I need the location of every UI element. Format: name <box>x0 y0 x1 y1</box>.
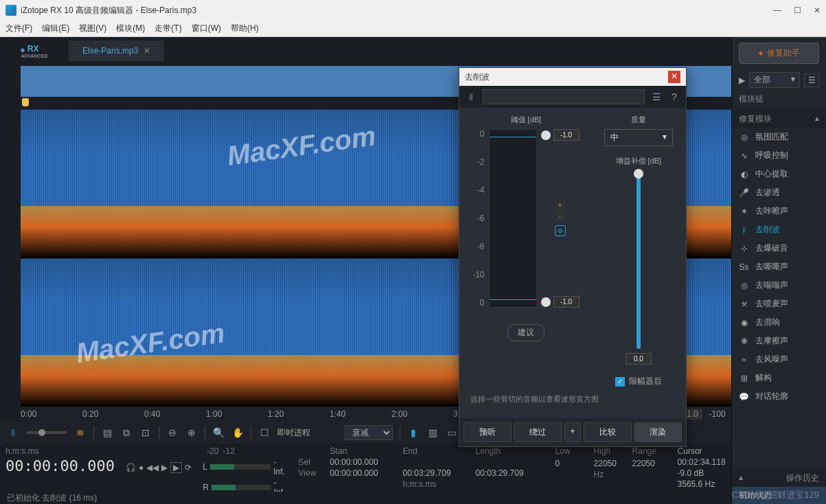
loop-button[interactable]: ⟳ <box>185 463 192 472</box>
chain-menu-icon[interactable]: ☰ <box>804 73 819 87</box>
collapse-history-icon[interactable]: ▴ <box>739 472 743 484</box>
prev-button[interactable]: ◀◀ <box>146 463 159 472</box>
close-tab-icon[interactable]: ✕ <box>144 46 150 56</box>
suggest-button[interactable]: 建议 <box>507 324 544 341</box>
module-clip[interactable]: ⫴去削波 <box>732 220 826 239</box>
menu-help[interactable]: 帮助(H) <box>231 23 259 34</box>
dialog-preset-select[interactable] <box>483 89 645 104</box>
declip-dialog: 去削波 ✕ ⫴ ☰ ? 阈值 [dB] 0-2-4 -6-8-10 <box>459 67 687 447</box>
search-icon[interactable]: 🔍 <box>212 426 225 439</box>
module-center[interactable]: ◐中心提取 <box>732 165 826 183</box>
select-time-icon[interactable]: ▮ <box>407 426 420 439</box>
crackle-icon: ⊹ <box>739 244 750 253</box>
record-button[interactable]: ● <box>139 463 144 472</box>
markers-icon[interactable]: ⊡ <box>139 426 152 439</box>
maximize-button[interactable]: ☐ <box>794 5 801 15</box>
marker-icon[interactable] <box>22 98 29 106</box>
render-button[interactable]: 渲染 <box>634 422 682 442</box>
dialog-help-icon[interactable]: ? <box>668 91 680 103</box>
opacity-slider[interactable] <box>26 431 67 434</box>
dialog-preset-icon[interactable]: ⫴ <box>465 91 477 103</box>
center-icon: ◐ <box>739 170 750 179</box>
module-ambience[interactable]: ◎氛围匹配 <box>732 128 826 146</box>
module-breath[interactable]: ∿呼吸控制 <box>732 146 826 165</box>
limiter-checkbox[interactable]: ✓ <box>615 377 625 387</box>
close-button[interactable]: ✕ <box>814 5 821 15</box>
play-chain-icon[interactable]: ▶ <box>739 76 745 85</box>
gain-slider[interactable] <box>636 170 641 349</box>
repair-assistant-button[interactable]: ✦ 修复助手 <box>739 43 819 64</box>
threshold-thumb-top[interactable] <box>541 130 551 140</box>
module-hum[interactable]: ◎去嗡嗡声 <box>732 276 826 295</box>
ambience-icon: ◎ <box>739 133 750 142</box>
menu-file[interactable]: 文件(F) <box>5 23 32 34</box>
checkbox-icon[interactable]: ☐ <box>258 426 271 439</box>
hand-icon[interactable]: ✋ <box>231 426 244 439</box>
menu-window[interactable]: 窗口(W) <box>192 23 221 34</box>
menu-transport[interactable]: 走带(T) <box>154 23 181 34</box>
window-title: iZotope RX 10 高级音频编辑器 - Else-Paris.mp3 <box>21 5 196 16</box>
module-plosive[interactable]: ⤧去喷麦声 <box>732 295 826 313</box>
dialog-icon: 💬 <box>739 392 750 402</box>
menu-edit[interactable]: 编辑(E) <box>42 23 69 34</box>
module-decon[interactable]: ⊞解构 <box>732 369 826 387</box>
dialog-close-button[interactable]: ✕ <box>668 71 680 83</box>
module-wind[interactable]: ≈去风噪声 <box>732 350 826 369</box>
spectrum-icon[interactable]: ⫴ <box>7 426 19 439</box>
histogram-display <box>489 129 537 308</box>
app-icon <box>5 5 16 16</box>
hum-icon: ◎ <box>739 281 750 290</box>
threshold-thumb-bottom[interactable] <box>541 297 551 307</box>
layers-icon[interactable]: ⧉ <box>120 426 133 439</box>
play-button[interactable]: ▶ <box>161 463 168 472</box>
gain-value[interactable]: 0.0 <box>626 353 652 365</box>
headphones-icon[interactable]: 🎧 <box>126 463 136 472</box>
filter-select[interactable]: 全部▾ <box>749 72 800 88</box>
threshold-value-bottom[interactable]: -1.0 <box>553 296 580 308</box>
collapse-icon[interactable]: ▴ <box>815 113 819 125</box>
module-reverb[interactable]: ◉去混响 <box>732 313 826 332</box>
module-deseep[interactable]: 🎤去渗透 <box>732 183 826 202</box>
threshold-label: 阈值 [dB] <box>511 115 542 125</box>
limiter-label: 限幅器后 <box>629 376 662 387</box>
zoom-in-icon[interactable]: ⊕ <box>185 426 198 439</box>
module-click[interactable]: ✶去咔嚓声 <box>732 202 826 220</box>
plosive-icon: ⤧ <box>739 299 750 309</box>
region-play-button[interactable]: ▶ <box>170 462 182 473</box>
wave-icon[interactable]: ≋ <box>74 426 87 439</box>
wind-icon: ≈ <box>739 355 750 365</box>
preview-button[interactable]: 预听 <box>463 422 512 442</box>
rustle-icon: ❋ <box>739 336 750 346</box>
dialog-menu-icon[interactable]: ☰ <box>650 91 663 103</box>
plus-chain-button[interactable]: + <box>564 422 581 442</box>
select-box-icon[interactable]: ▭ <box>446 426 458 439</box>
link-thresholds-icon[interactable]: ⊖ <box>555 225 566 236</box>
module-ess[interactable]: Ss去嘶嘶声 <box>732 257 826 276</box>
list-icon[interactable]: ▤ <box>101 426 113 439</box>
decon-icon: ⊞ <box>739 374 750 383</box>
minus-button[interactable]: - <box>555 211 565 221</box>
gain-label: 增益补偿 [dB] <box>616 156 662 166</box>
sparkle-icon: ✦ <box>757 49 764 58</box>
file-tab[interactable]: Else-Paris.mp3 ✕ <box>69 41 164 61</box>
clip-icon: ⫴ <box>739 225 750 235</box>
bypass-button[interactable]: 绕过 <box>514 422 562 442</box>
menu-modules[interactable]: 模块(M) <box>116 23 145 34</box>
fade-select[interactable]: 衰减 <box>345 425 393 440</box>
dialog-tip: 选择一些剪切的音频以查看波形直方图 <box>470 394 675 404</box>
zoom-out-icon[interactable]: ⊖ <box>166 426 179 439</box>
csdn-watermark: CSDN @招财进宝129 <box>732 489 819 501</box>
quality-select[interactable]: 中▾ <box>604 129 673 146</box>
module-dialog[interactable]: 💬对话轮廓 <box>732 387 826 406</box>
reverb-icon: ◉ <box>739 318 750 328</box>
ess-icon: Ss <box>739 262 750 272</box>
menu-view[interactable]: 视图(V) <box>79 23 106 34</box>
minimize-button[interactable]: — <box>773 5 781 15</box>
module-crackle[interactable]: ⊹去爆破音 <box>732 239 826 257</box>
select-freq-icon[interactable]: ▥ <box>426 426 439 439</box>
module-rustle[interactable]: ❋去摩擦声 <box>732 332 826 350</box>
breath-icon: ∿ <box>739 151 750 161</box>
threshold-value-top[interactable]: -1.0 <box>553 129 580 141</box>
compare-button[interactable]: 比较 <box>584 422 632 442</box>
plus-button[interactable]: + <box>555 201 565 210</box>
